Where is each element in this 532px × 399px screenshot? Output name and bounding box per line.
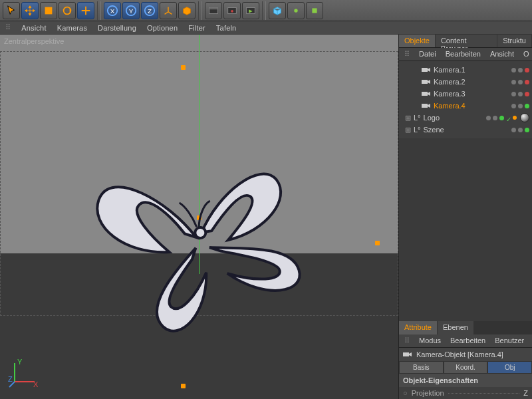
tool-cube[interactable]	[269, 2, 286, 19]
vis-editor-dot[interactable]	[511, 80, 516, 84]
state-dot[interactable]	[525, 92, 529, 96]
obj-menu-ansicht[interactable]: Ansicht	[490, 50, 514, 59]
svg-text:Y: Y	[129, 7, 134, 14]
tool-coord[interactable]	[160, 2, 177, 19]
menu-tafeln[interactable]: Tafeln	[216, 24, 237, 32]
tool-primitive[interactable]	[178, 2, 196, 19]
viewport-label: Zentralperspektive	[4, 37, 65, 45]
svg-rect-9	[209, 7, 218, 9]
vis-render-dot[interactable]	[518, 92, 523, 96]
vis-editor-dot[interactable]	[511, 104, 516, 108]
tag-dot	[513, 116, 517, 120]
material-sphere-icon[interactable]	[520, 113, 529, 122]
handle-top[interactable]	[181, 65, 186, 70]
state-dot[interactable]	[525, 68, 529, 72]
tool-snap-a[interactable]	[287, 2, 305, 19]
attr-sub-tabs: Basis Koord. Obj	[399, 361, 532, 374]
expand-icon[interactable]: ⊞	[404, 114, 411, 122]
vis-render-dot[interactable]	[518, 104, 523, 108]
vis-editor-dot[interactable]	[511, 128, 516, 132]
menu-handle[interactable]: ⠿	[5, 23, 11, 32]
sub-obj[interactable]: Obj	[487, 361, 532, 374]
check-icon: ✓	[506, 116, 511, 120]
expand-icon[interactable]: ⊞	[404, 126, 411, 134]
viewport[interactable]: Zentralperspektive	[0, 35, 399, 399]
tool-render-b[interactable]	[223, 2, 241, 19]
attr-title: Kamera-Objekt [Kamera.4]	[416, 350, 503, 358]
vis-render-dot[interactable]	[518, 80, 523, 84]
tool-rotate[interactable]	[59, 2, 76, 19]
attr-section-head: Objekt-Eigenschaften	[399, 374, 532, 387]
tree-label: Kamera.3	[434, 90, 509, 98]
object-tabs: Objekte Content Browser Struktu	[399, 35, 532, 48]
vis-render-dot[interactable]	[518, 128, 523, 132]
sub-basis[interactable]: Basis	[399, 361, 444, 374]
menu-ansicht[interactable]: Ansicht	[21, 24, 46, 32]
obj-menu-handle[interactable]: ⠿	[404, 50, 410, 59]
tool-render-c[interactable]	[242, 2, 259, 19]
viewport-menu: ⠿ Ansicht Kameras Darstellung Optionen F…	[0, 21, 532, 35]
attr-menu-bearbeiten[interactable]: Bearbeiten	[450, 336, 485, 345]
svg-text:X: X	[33, 380, 39, 388]
tree-label: Kamera.1	[434, 66, 509, 74]
state-dot[interactable]	[525, 128, 529, 132]
tree-row-kamera-1[interactable]: Kamera.1	[399, 64, 532, 76]
tree-row-kamera-4[interactable]: Kamera.4	[399, 100, 532, 112]
handle-right[interactable]	[375, 241, 380, 245]
tool-scale[interactable]	[40, 2, 57, 19]
camera-icon	[422, 90, 431, 97]
sub-koord[interactable]: Koord.	[444, 361, 488, 374]
prop-label: Projektion	[412, 389, 444, 397]
null-icon: L°	[414, 126, 421, 134]
tab-struktur[interactable]: Struktu	[497, 35, 531, 47]
camera-icon	[422, 78, 431, 85]
prop-value[interactable]: Z	[523, 389, 528, 397]
attr-menu-modus[interactable]: Modus	[419, 336, 441, 345]
tool-crosshair[interactable]	[77, 2, 94, 19]
attr-menu-handle[interactable]: ⠿	[404, 336, 410, 345]
menu-darstellung[interactable]: Darstellung	[98, 24, 136, 32]
vis-render-dot[interactable]	[493, 116, 497, 120]
tab-content-browser[interactable]: Content Browser	[436, 35, 497, 47]
tab-ebenen[interactable]: Ebenen	[438, 321, 473, 334]
obj-menu-more[interactable]: O	[523, 50, 529, 59]
vis-editor-dot[interactable]	[511, 68, 516, 72]
obj-menu-bearbeiten[interactable]: Bearbeiten	[446, 50, 481, 59]
tool-x-axis[interactable]: X	[104, 2, 121, 19]
state-dot[interactable]	[525, 104, 529, 108]
null-icon: L°	[414, 114, 421, 122]
tool-move[interactable]	[21, 2, 39, 19]
vis-editor-dot[interactable]	[511, 92, 516, 96]
svg-text:Z: Z	[148, 7, 152, 14]
tool-render-a[interactable]	[205, 2, 222, 19]
svg-text:Y: Y	[17, 358, 23, 366]
state-dot[interactable]	[499, 116, 504, 120]
tool-z-axis[interactable]: Z	[141, 2, 158, 19]
handle-bottom[interactable]	[181, 384, 186, 388]
menu-optionen[interactable]: Optionen	[147, 24, 178, 32]
attr-menu-benutzer[interactable]: Benutzer	[495, 336, 524, 345]
vis-render-dot[interactable]	[518, 68, 523, 72]
butterfly-model	[61, 102, 332, 373]
attr-tabs: Attribute Ebenen	[399, 321, 532, 334]
svg-point-13	[294, 9, 297, 12]
tool-snap-b[interactable]	[306, 2, 323, 19]
menu-filter[interactable]: Filter	[188, 24, 205, 32]
svg-rect-0	[45, 7, 53, 14]
tab-attribute[interactable]: Attribute	[399, 321, 437, 334]
tree-row-kamera-3[interactable]: Kamera.3	[399, 88, 532, 100]
tab-objekte[interactable]: Objekte	[399, 35, 435, 47]
tool-cursor[interactable]	[3, 2, 20, 19]
tree-row-kamera-2[interactable]: Kamera.2	[399, 76, 532, 88]
vis-editor-dot[interactable]	[486, 116, 491, 120]
svg-rect-23	[422, 80, 428, 84]
menu-kameras[interactable]: Kameras	[57, 24, 87, 32]
tree-row-logo[interactable]: ⊞L°Logo✓	[399, 112, 532, 124]
tree-label: Szene	[424, 126, 509, 134]
tool-y-axis[interactable]: Y	[122, 2, 140, 19]
obj-menu-datei[interactable]: Datei	[419, 50, 436, 59]
object-panel-menu: ⠿ Datei Bearbeiten Ansicht O	[399, 48, 532, 61]
camera-icon	[422, 66, 431, 73]
tree-row-szene[interactable]: ⊞L°Szene	[399, 124, 532, 136]
state-dot[interactable]	[525, 80, 529, 84]
